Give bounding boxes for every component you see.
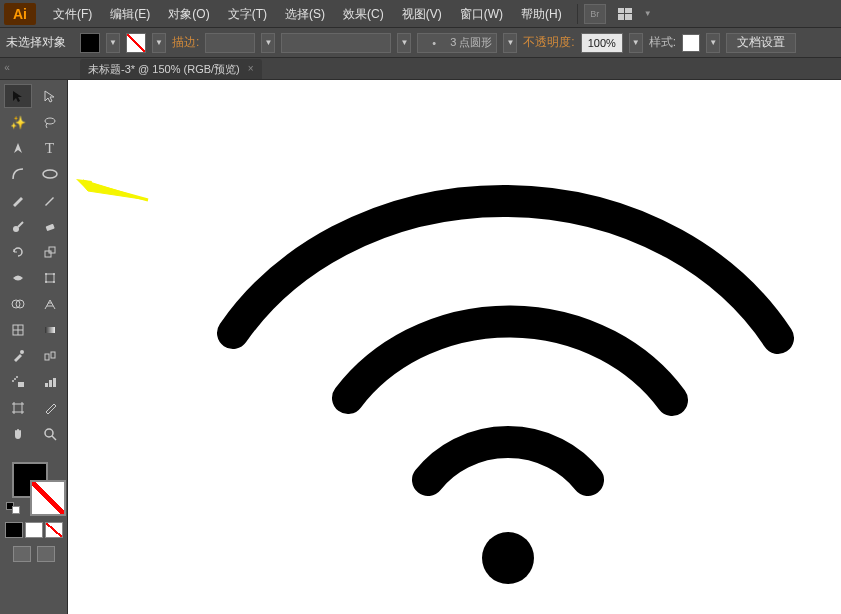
svg-rect-6	[46, 274, 54, 282]
svg-rect-23	[49, 380, 52, 387]
pen-tool[interactable]	[4, 136, 32, 160]
eyedropper-tool[interactable]	[4, 344, 32, 368]
selection-status: 未选择对象	[6, 34, 66, 51]
canvas[interactable]	[68, 80, 841, 614]
svg-point-26	[45, 429, 53, 437]
mesh-tool[interactable]	[4, 318, 32, 342]
stroke-weight-input[interactable]	[205, 33, 255, 53]
symbol-sprayer-tool[interactable]	[4, 370, 32, 394]
arrange-docs-button[interactable]	[614, 4, 636, 24]
ellipse-tool[interactable]	[36, 162, 64, 186]
main-area: ✨ T	[0, 80, 841, 614]
variable-width-profile[interactable]: • 3 点圆形	[417, 33, 497, 53]
artboard-tool[interactable]	[4, 396, 32, 420]
app-logo: Ai	[4, 3, 36, 25]
document-tab-title: 未标题-3* @ 150% (RGB/预览)	[88, 59, 240, 79]
vwp-arrow[interactable]: ▼	[503, 33, 517, 53]
svg-point-19	[14, 378, 16, 380]
document-tab[interactable]: 未标题-3* @ 150% (RGB/预览) ×	[80, 59, 262, 79]
svg-rect-4	[45, 251, 51, 257]
type-tool[interactable]: T	[36, 136, 64, 160]
perspective-grid-tool[interactable]	[36, 292, 64, 316]
menu-type[interactable]: 文字(T)	[219, 0, 276, 28]
screen-mode-button[interactable]	[13, 546, 31, 562]
fill-dropdown[interactable]: ▼	[106, 33, 120, 53]
scale-tool[interactable]	[36, 240, 64, 264]
zoom-tool[interactable]	[36, 422, 64, 446]
document-setup-button[interactable]: 文档设置	[726, 33, 796, 53]
svg-point-1	[43, 170, 57, 178]
control-bar: 未选择对象 ▼ ▼ 描边: ▼ ▼ • 3 点圆形 ▼ 不透明度: 100% ▼…	[0, 28, 841, 58]
blob-brush-tool[interactable]	[4, 214, 32, 238]
opacity-arrow[interactable]: ▼	[629, 33, 643, 53]
fill-swatch[interactable]	[80, 33, 100, 53]
svg-point-10	[53, 281, 55, 283]
toolbox: ✨ T	[0, 80, 68, 614]
fill-stroke-indicator[interactable]	[0, 458, 67, 518]
svg-point-9	[45, 281, 47, 283]
brush-def-arrow[interactable]: ▼	[397, 33, 411, 53]
draw-mode-button[interactable]	[37, 546, 55, 562]
close-icon[interactable]: ×	[248, 59, 254, 79]
svg-point-8	[53, 273, 55, 275]
eraser-tool[interactable]	[36, 214, 64, 238]
menu-file[interactable]: 文件(F)	[44, 0, 101, 28]
menu-effect[interactable]: 效果(C)	[334, 0, 393, 28]
color-mode-solid[interactable]	[5, 522, 23, 538]
style-swatch[interactable]	[682, 34, 700, 52]
arc-tool[interactable]	[4, 162, 32, 186]
lasso-tool[interactable]	[36, 110, 64, 134]
svg-rect-17	[51, 352, 55, 358]
svg-point-21	[12, 380, 14, 382]
selection-tool[interactable]	[4, 84, 32, 108]
direct-selection-tool[interactable]	[36, 84, 64, 108]
stroke-swatch[interactable]	[126, 33, 146, 53]
blend-tool[interactable]	[36, 344, 64, 368]
brush-def-dropdown[interactable]	[281, 33, 391, 53]
stroke-weight-dropdown[interactable]: ▼	[261, 33, 275, 53]
shape-builder-tool[interactable]	[4, 292, 32, 316]
stroke-color-box[interactable]	[30, 480, 66, 516]
opacity-input[interactable]: 100%	[581, 33, 623, 53]
menu-window[interactable]: 窗口(W)	[451, 0, 512, 28]
stroke-dropdown[interactable]: ▼	[152, 33, 166, 53]
stroke-label: 描边:	[172, 34, 199, 51]
menu-help[interactable]: 帮助(H)	[512, 0, 571, 28]
svg-rect-22	[45, 383, 48, 387]
svg-rect-5	[49, 247, 55, 253]
width-tool[interactable]	[4, 266, 32, 290]
svg-rect-25	[14, 404, 22, 412]
svg-point-15	[20, 350, 24, 354]
svg-point-20	[16, 376, 18, 378]
style-label: 样式:	[649, 34, 676, 51]
color-mode-none[interactable]	[45, 522, 63, 538]
document-tab-bar: « 未标题-3* @ 150% (RGB/预览) ×	[0, 58, 841, 80]
svg-rect-3	[45, 224, 54, 231]
svg-rect-14	[45, 327, 55, 333]
opacity-label: 不透明度:	[523, 34, 574, 51]
svg-rect-18	[18, 382, 24, 387]
menu-view[interactable]: 视图(V)	[393, 0, 451, 28]
toolbox-collapse-handle[interactable]: «	[0, 60, 14, 74]
svg-point-27	[482, 532, 534, 584]
slice-tool[interactable]	[36, 396, 64, 420]
color-mode-gradient[interactable]	[25, 522, 43, 538]
menu-bar: Ai 文件(F) 编辑(E) 对象(O) 文字(T) 选择(S) 效果(C) 视…	[0, 0, 841, 28]
hand-tool[interactable]	[4, 422, 32, 446]
magic-wand-tool[interactable]: ✨	[4, 110, 32, 134]
chevron-down-icon: ▼	[644, 9, 652, 18]
pencil-tool[interactable]	[36, 188, 64, 212]
default-fill-stroke[interactable]	[6, 502, 24, 516]
column-graph-tool[interactable]	[36, 370, 64, 394]
menu-edit[interactable]: 编辑(E)	[101, 0, 159, 28]
bridge-button[interactable]: Br	[584, 4, 606, 24]
rotate-tool[interactable]	[4, 240, 32, 264]
menu-select[interactable]: 选择(S)	[276, 0, 334, 28]
style-arrow[interactable]: ▼	[706, 33, 720, 53]
paintbrush-tool[interactable]	[4, 188, 32, 212]
free-transform-tool[interactable]	[36, 266, 64, 290]
gradient-tool[interactable]	[36, 318, 64, 342]
menu-object[interactable]: 对象(O)	[159, 0, 218, 28]
svg-rect-16	[45, 354, 49, 360]
wifi-artwork	[68, 80, 841, 614]
